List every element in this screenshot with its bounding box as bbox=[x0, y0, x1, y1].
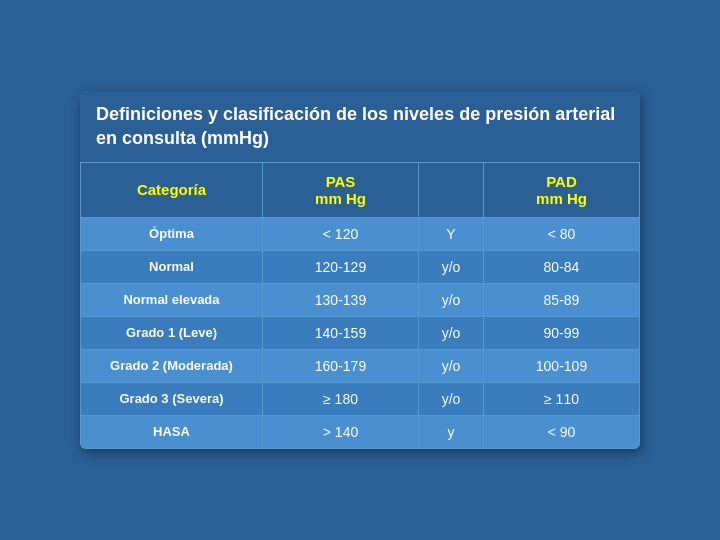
cell-pad: < 80 bbox=[483, 217, 639, 250]
table-row: Normal elevada130-139y/o85-89 bbox=[81, 283, 640, 316]
table-row: Grado 1 (Leve)140-159y/o90-99 bbox=[81, 316, 640, 349]
cell-categoria: Grado 3 (Severa) bbox=[81, 382, 263, 415]
cell-pas: 160-179 bbox=[263, 349, 419, 382]
table-row: Normal120-129y/o80-84 bbox=[81, 250, 640, 283]
cell-conjuncion: y/o bbox=[419, 382, 484, 415]
table-row: Grado 2 (Moderada)160-179y/o100-109 bbox=[81, 349, 640, 382]
cell-categoria: Normal elevada bbox=[81, 283, 263, 316]
cell-categoria: Grado 2 (Moderada) bbox=[81, 349, 263, 382]
cell-categoria: Normal bbox=[81, 250, 263, 283]
cell-pad: 85-89 bbox=[483, 283, 639, 316]
table-row: Óptima< 120Y< 80 bbox=[81, 217, 640, 250]
cell-pas: 120-129 bbox=[263, 250, 419, 283]
cell-conjuncion: y/o bbox=[419, 349, 484, 382]
cell-categoria: Óptima bbox=[81, 217, 263, 250]
cell-categoria: HASA bbox=[81, 415, 263, 448]
table-body: Óptima< 120Y< 80Normal120-129y/o80-84Nor… bbox=[81, 217, 640, 448]
cell-pas: > 140 bbox=[263, 415, 419, 448]
cell-pad: 90-99 bbox=[483, 316, 639, 349]
table-row: HASA> 140y< 90 bbox=[81, 415, 640, 448]
cell-conjuncion: y/o bbox=[419, 250, 484, 283]
cell-pad: 80-84 bbox=[483, 250, 639, 283]
card: Definiciones y clasificación de los nive… bbox=[80, 91, 640, 449]
classification-table: Categoría PAS mm Hg PAD mm Hg Óptima< 12… bbox=[80, 162, 640, 449]
cell-pas: ≥ 180 bbox=[263, 382, 419, 415]
cell-conjuncion: y bbox=[419, 415, 484, 448]
header-conjuncion bbox=[419, 162, 484, 217]
cell-conjuncion: y/o bbox=[419, 283, 484, 316]
cell-categoria: Grado 1 (Leve) bbox=[81, 316, 263, 349]
header-pad: PAD mm Hg bbox=[483, 162, 639, 217]
cell-pas: 130-139 bbox=[263, 283, 419, 316]
cell-pas: < 120 bbox=[263, 217, 419, 250]
cell-pad: 100-109 bbox=[483, 349, 639, 382]
cell-conjuncion: y/o bbox=[419, 316, 484, 349]
header-pas: PAS mm Hg bbox=[263, 162, 419, 217]
title: Definiciones y clasificación de los nive… bbox=[80, 91, 640, 162]
cell-pas: 140-159 bbox=[263, 316, 419, 349]
table-row: Grado 3 (Severa)≥ 180y/o≥ 110 bbox=[81, 382, 640, 415]
cell-pad: < 90 bbox=[483, 415, 639, 448]
cell-pad: ≥ 110 bbox=[483, 382, 639, 415]
cell-conjuncion: Y bbox=[419, 217, 484, 250]
header-categoria: Categoría bbox=[81, 162, 263, 217]
